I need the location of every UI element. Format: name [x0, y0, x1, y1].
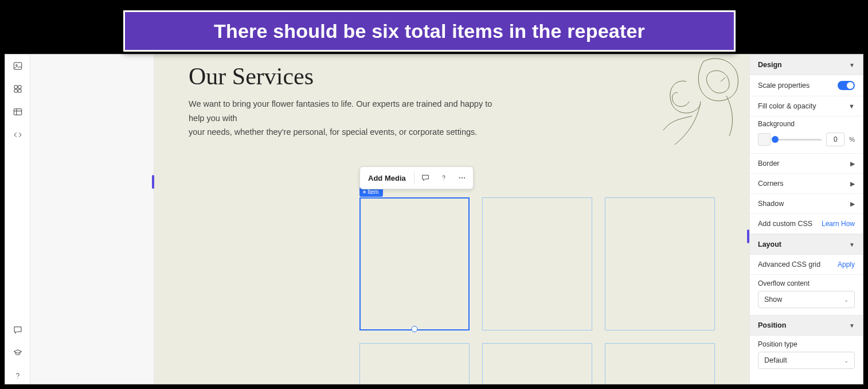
repeater-item-1[interactable] [359, 197, 470, 330]
background-control: Background % [750, 116, 863, 154]
toolbar-divider [414, 172, 415, 184]
shadow-label: Shadow [758, 200, 784, 208]
shadow-row[interactable]: Shadow ▶ [750, 194, 863, 214]
repeater-item-3[interactable] [605, 197, 715, 330]
corners-row[interactable]: Corners ▶ [750, 174, 863, 194]
page-heading: Our Services [189, 63, 715, 90]
position-section-title: Position [758, 321, 786, 329]
properties-panel: Design ▼ Scale properties Fill color & o… [749, 55, 863, 384]
caret-right-icon: ▶ [850, 180, 855, 188]
position-section-header[interactable]: Position ▼ [750, 315, 863, 336]
svg-point-1 [15, 64, 17, 65]
svg-point-11 [459, 177, 460, 178]
repeater-item-2[interactable] [482, 197, 592, 330]
caret-down-icon: ▼ [849, 62, 855, 68]
overflow-select[interactable]: Show ⌄ [758, 291, 855, 308]
svg-rect-6 [14, 109, 22, 115]
add-media-button[interactable]: Add Media [362, 170, 412, 186]
help-icon[interactable] [12, 370, 24, 382]
help-icon[interactable] [435, 169, 452, 186]
corners-label: Corners [758, 180, 783, 188]
element-tag-label: Item [367, 189, 378, 195]
caret-down-icon: ▼ [849, 242, 855, 248]
repeater-item-4[interactable] [359, 343, 470, 384]
advanced-grid-label: Advanced CSS grid [758, 260, 820, 269]
advanced-grid-row: Advanced CSS grid Apply [750, 255, 863, 275]
element-context-toolbar: Add Media [359, 166, 474, 189]
slider-thumb[interactable] [772, 136, 779, 143]
app-window: Our Services We want to bring your flowe… [5, 54, 863, 384]
editor-canvas[interactable]: Our Services We want to bring your flowe… [154, 55, 749, 384]
opacity-unit: % [849, 136, 855, 143]
image-icon[interactable] [12, 60, 24, 72]
svg-point-10 [443, 180, 444, 180]
subheading-line-2: your needs, whether they're personal, fo… [189, 127, 477, 137]
scale-properties-toggle[interactable] [838, 81, 855, 90]
position-type-select[interactable]: Default ⌄ [758, 352, 855, 369]
color-swatch[interactable] [758, 133, 771, 146]
svg-point-9 [17, 378, 18, 379]
svg-rect-5 [18, 90, 21, 92]
grid-icon[interactable] [12, 83, 24, 95]
svg-rect-3 [18, 85, 21, 88]
fill-opacity-label: Fill color & opacity [758, 102, 816, 110]
scale-properties-row: Scale properties [750, 75, 863, 96]
chevron-down-icon: ⌄ [844, 297, 849, 303]
overflow-label: Overflow content [750, 275, 863, 287]
subheading-line-1: We want to bring your flower fantasies t… [189, 99, 492, 123]
repeater-item-6[interactable] [605, 343, 715, 384]
caret-right-icon: ▶ [850, 160, 855, 168]
custom-css-label: Add custom CSS [758, 220, 812, 228]
layout-section-title: Layout [758, 240, 781, 248]
scale-properties-label: Scale properties [758, 81, 810, 90]
apply-link[interactable]: Apply [838, 260, 855, 269]
right-resize-handle[interactable] [747, 229, 749, 243]
caret-down-icon: ▼ [849, 322, 855, 329]
left-icon-rail [5, 55, 30, 384]
border-label: Border [758, 160, 780, 168]
caret-down-icon: ▼ [849, 103, 855, 110]
layout-section-header[interactable]: Layout ▼ [750, 234, 863, 255]
learn-how-link[interactable]: Learn How [822, 220, 855, 228]
overflow-value: Show [764, 295, 782, 304]
svg-rect-2 [14, 85, 17, 88]
table-icon[interactable] [12, 106, 24, 118]
repeater-item-5[interactable] [482, 343, 592, 384]
opacity-input[interactable] [826, 133, 844, 146]
background-label: Background [758, 120, 855, 128]
fill-opacity-row[interactable]: Fill color & opacity ▼ [750, 96, 863, 116]
learn-icon[interactable] [12, 347, 24, 359]
border-row[interactable]: Border ▶ [750, 154, 863, 174]
custom-css-row: Add custom CSS Learn How [750, 214, 863, 234]
svg-rect-0 [14, 63, 22, 69]
more-icon[interactable] [453, 169, 471, 186]
instruction-text: There should be six total items in the r… [214, 20, 645, 42]
position-type-label: Position type [750, 336, 863, 348]
chat-icon[interactable] [12, 324, 24, 336]
svg-point-13 [464, 177, 465, 178]
chevron-down-icon: ⌄ [844, 357, 849, 364]
design-section-header[interactable]: Design ▼ [750, 55, 863, 75]
caret-right-icon: ▶ [850, 200, 855, 208]
left-collapsed-panel [30, 55, 154, 384]
svg-point-12 [462, 177, 463, 178]
position-type-value: Default [764, 356, 787, 364]
code-icon[interactable] [12, 129, 24, 141]
instruction-banner: There should be six total items in the r… [123, 10, 736, 52]
comment-icon[interactable] [417, 169, 434, 186]
repeater-grid [359, 197, 715, 384]
opacity-slider[interactable] [775, 139, 822, 141]
svg-rect-4 [14, 90, 17, 92]
design-section-title: Design [758, 61, 782, 69]
page-subheading: We want to bring your flower fantasies t… [189, 97, 510, 139]
